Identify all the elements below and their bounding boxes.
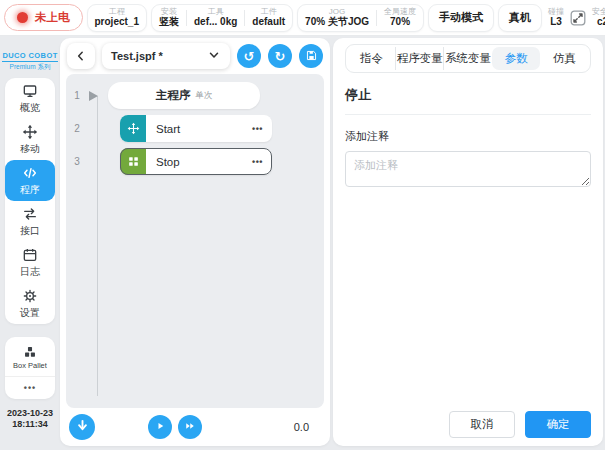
jog-value: 70% 关节JOG [305, 16, 369, 28]
main-program-node[interactable]: 主程序单次 [108, 82, 260, 109]
tab-指令[interactable]: 指令 [348, 47, 395, 70]
redo-icon: ↻ [275, 50, 286, 63]
sidebar-item-label: 程序 [20, 183, 40, 197]
editor-bottom-toolbar: 0.0 [60, 408, 330, 446]
chevron-down-icon [207, 48, 221, 64]
comment-input[interactable] [345, 151, 591, 187]
sidebar-item-label: 设置 [20, 306, 40, 320]
node-menu-icon[interactable]: ••• [252, 157, 263, 167]
sidebar-item-overview[interactable]: 概览 [5, 78, 55, 119]
expand-icon[interactable] [570, 9, 586, 27]
collision-label: 碰撞 [548, 7, 564, 16]
collapse-triangle-icon[interactable] [89, 91, 98, 101]
brand-title: DUCO COBOT [2, 51, 57, 62]
redo-button[interactable]: ↻ [268, 44, 292, 68]
program-file-dropdown[interactable]: Test.jspf * [102, 43, 230, 69]
more-options-icon[interactable]: ••• [5, 377, 55, 399]
runtime-value: 0.0 [294, 421, 321, 433]
jog-speed-selector[interactable]: JOG 70% 关节JOG 全局速度 70% [297, 4, 424, 32]
inspector-tabs: 指令程序变量系统变量参数仿真 [345, 44, 591, 73]
play-button[interactable] [148, 415, 172, 439]
program-row: 2Start••• [66, 115, 324, 142]
main-area: DUCO COBOT Premium 系列 概览移动程序接口日志设置 Box P… [0, 36, 605, 450]
move-node-icon [120, 115, 146, 142]
mount-value: 竖装 [159, 16, 179, 28]
manual-mode-button[interactable]: 手动模式 [428, 4, 494, 32]
system-datetime: 2023-10-23 18:11:34 [7, 408, 53, 431]
box-pallet-icon [23, 345, 37, 359]
undo-button[interactable]: ↺ [237, 44, 261, 68]
confirm-button[interactable]: 确定 [525, 411, 591, 438]
sidebar-item-log[interactable]: 日志 [5, 242, 55, 283]
sidebar-item-move[interactable]: 移动 [5, 119, 55, 160]
safety-check-value: c231 [597, 16, 605, 28]
tab-程序变量[interactable]: 程序变量 [395, 47, 443, 70]
tab-系统变量[interactable]: 系统变量 [443, 47, 491, 70]
sidebar-item-interface[interactable]: 接口 [5, 201, 55, 242]
project-value: project_1 [95, 16, 139, 28]
power-status-badge[interactable]: 未上电 [4, 4, 83, 31]
global-speed-label: 全局速度 [384, 7, 416, 16]
move-icon [22, 124, 38, 140]
code-icon [22, 165, 38, 181]
parameter-inspector-panel: 指令程序变量系统变量参数仿真 停止 添加注释 取消 确定 [333, 38, 603, 446]
project-selector[interactable]: 工程 project_1 [87, 4, 147, 32]
power-indicator-icon [17, 12, 28, 23]
line-number: 3 [66, 156, 88, 167]
real-robot-button[interactable]: 真机 [498, 4, 542, 32]
sidebar-item-label: 接口 [20, 224, 40, 238]
program-node-stop[interactable]: Stop••• [120, 148, 272, 175]
save-icon [305, 49, 318, 64]
back-button[interactable] [67, 43, 95, 69]
workpiece-value: default [252, 16, 285, 28]
node-menu-icon[interactable]: ••• [252, 124, 263, 134]
undo-icon: ↺ [244, 50, 255, 63]
line-number: 2 [66, 123, 88, 134]
swap-icon [22, 206, 38, 222]
global-speed-value: 70% [390, 16, 410, 28]
instruction-title: 停止 [345, 86, 591, 115]
tab-参数[interactable]: 参数 [492, 47, 540, 70]
sidebar-nav: 概览移动程序接口日志设置 [5, 78, 55, 324]
box-pallet-label: Box Pallet [13, 361, 47, 370]
top-status-bar: 未上电 工程 project_1 安装 竖装 工具 def... 0kg 工件 … [0, 0, 605, 36]
sidebar-item-settings[interactable]: 设置 [5, 283, 55, 324]
tab-仿真[interactable]: 仿真 [540, 47, 588, 70]
sidebar-item-label: 移动 [20, 142, 40, 156]
system-time: 18:11:34 [7, 419, 53, 430]
mounting-tool-workpiece-selector[interactable]: 安装 竖装 工具 def... 0kg 工件 default [151, 4, 293, 32]
jog-label: JOG [329, 7, 345, 16]
safety-check-indicator[interactable]: 安全校验 c231 [590, 7, 605, 28]
tool-label: 工具 [208, 7, 224, 16]
program-tree-panel: 1主程序单次2Start•••3Stop••• [66, 74, 324, 408]
safety-check-label: 安全校验 [592, 7, 605, 16]
program-editor-card: Test.jspf * ↺ ↻ [60, 38, 330, 446]
calendar-icon [22, 247, 38, 263]
node-label: Start [156, 123, 252, 135]
run-mode-tag: 单次 [195, 90, 212, 102]
left-sidebar: DUCO COBOT Premium 系列 概览移动程序接口日志设置 Box P… [0, 36, 60, 450]
brand-subtitle: Premium 系列 [2, 63, 57, 71]
grid-node-icon [120, 148, 146, 175]
fast-forward-button[interactable] [178, 415, 202, 439]
system-date: 2023-10-23 [7, 408, 53, 419]
power-status-label: 未上电 [35, 10, 70, 25]
program-node-start[interactable]: Start••• [120, 115, 272, 142]
load-program-button[interactable] [69, 414, 95, 440]
sidebar-item-box-pallet[interactable]: Box Pallet [5, 337, 55, 377]
program-row: 3Stop••• [66, 148, 324, 175]
program-row: 1主程序单次 [66, 82, 324, 109]
collision-level-indicator[interactable]: 碰撞 L3 [546, 7, 566, 28]
monitor-icon [22, 83, 38, 99]
play-icon [154, 418, 166, 436]
cancel-button[interactable]: 取消 [449, 411, 515, 438]
comment-label: 添加注释 [345, 129, 591, 144]
sidebar-item-program[interactable]: 程序 [5, 160, 55, 201]
mount-label: 安装 [161, 7, 177, 16]
project-label: 工程 [109, 7, 125, 16]
inspector-actions: 取消 确定 [345, 411, 591, 438]
editor-toolbar: Test.jspf * ↺ ↻ [60, 38, 330, 74]
save-button[interactable] [299, 44, 323, 68]
fast-forward-icon [184, 418, 196, 436]
sidebar-item-label: 概览 [20, 101, 40, 115]
